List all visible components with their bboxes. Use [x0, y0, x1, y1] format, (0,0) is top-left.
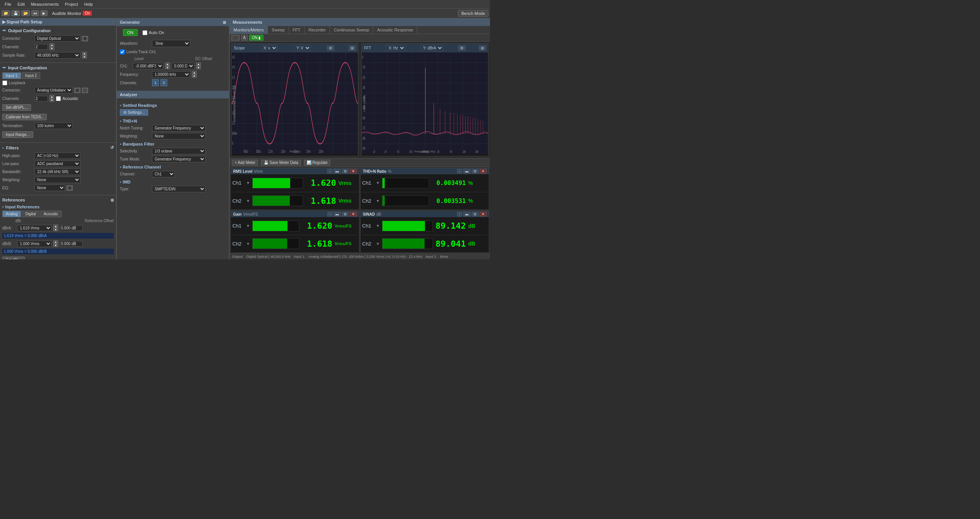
input-connector-gear[interactable]: ⚙	[74, 88, 80, 93]
tab-sweep[interactable]: Sweep	[268, 26, 289, 34]
menu-file[interactable]: File	[2, 1, 15, 7]
imd-type-select[interactable]: SMPTE/DIN	[152, 186, 206, 192]
toolbar-btn-3[interactable]: 📂	[21, 10, 30, 16]
notch-tuning-select[interactable]: Generator Frequency	[152, 125, 206, 131]
acoustic-checkbox[interactable]	[56, 96, 61, 101]
menu-help[interactable]: Help	[81, 1, 96, 7]
tab-monitors-meters[interactable]: Monitors/Meters	[230, 26, 268, 34]
ch1-btn[interactable]: 1	[152, 79, 159, 86]
fft-x-select[interactable]: X: Hz	[386, 45, 405, 51]
toolbar-btn-5[interactable]: ▶	[41, 10, 47, 16]
menu-edit[interactable]: Edit	[15, 1, 28, 7]
generator-on-btn[interactable]: ON	[123, 29, 138, 36]
input-connector-select[interactable]: Analog Unbalanced	[34, 87, 73, 93]
rms-dash-btn[interactable]: -	[327, 169, 332, 174]
gain-expand-btn[interactable]: ⊞	[342, 212, 349, 216]
termination-select[interactable]: 100 kohm	[34, 123, 73, 129]
meas-toolbar-btn1[interactable]: ⬛	[231, 35, 240, 41]
meas-toolbar-btn2[interactable]: A	[241, 35, 248, 41]
generator-expand-icon[interactable]: ⊞	[223, 20, 226, 25]
input-channels-input[interactable]	[34, 96, 48, 102]
menu-project[interactable]: Project	[62, 1, 81, 7]
rms-expand-btn[interactable]: ⊞	[342, 169, 349, 174]
selectivity-select[interactable]: 1/3 octave	[152, 148, 206, 154]
ch1-level-select[interactable]: -0.000 dBFS	[133, 63, 163, 69]
channel-select[interactable]: Ch1	[152, 171, 175, 177]
thdn-dash-btn[interactable]: -	[457, 169, 462, 174]
output-channels-input[interactable]	[34, 44, 48, 50]
highpass-select[interactable]: AC (<10 Hz)	[34, 152, 80, 159]
set-dbspl-btn[interactable]: Set dBSPL...	[2, 104, 31, 111]
analyzer-weighting-select[interactable]: None	[152, 133, 206, 139]
eq-select[interactable]: None	[34, 185, 65, 191]
input-range-btn[interactable]: Input Range...	[2, 131, 33, 138]
frequency-select[interactable]: 1.00000 kHz	[152, 71, 190, 78]
input-connector-gear2[interactable]: ⬡	[82, 88, 88, 93]
levels-track-checkbox[interactable]	[120, 49, 125, 54]
gain-ch2-dropdown[interactable]: ▼	[246, 242, 250, 246]
output-samplerate-select[interactable]: 48.0000 kHz	[34, 52, 80, 59]
fft-expand-btn[interactable]: ⊞	[479, 46, 486, 51]
save-meter-data-btn[interactable]: 💾 Save Meter Data	[261, 160, 301, 165]
sinad-dash-btn[interactable]: -	[457, 212, 462, 216]
auto-on-checkbox[interactable]	[142, 30, 147, 35]
tab-input1[interactable]: Input 1	[2, 72, 21, 79]
filters-reset-icon[interactable]: ↺	[110, 145, 114, 150]
ch1-dc-select[interactable]: 0.000 D	[172, 63, 194, 69]
scope-settings-btn[interactable]: ⚙	[327, 46, 334, 51]
lowpass-select[interactable]: ADC passband	[34, 160, 80, 167]
sinad-expand-btn[interactable]: ⊞	[472, 212, 479, 216]
weighting-select[interactable]: None	[34, 177, 80, 183]
loopback-checkbox[interactable]	[2, 80, 7, 85]
sinad-ch1-dropdown[interactable]: ▼	[376, 224, 380, 228]
bandwidth-select[interactable]: 22.4k (48 kHz SR)	[34, 169, 80, 175]
toolbar-btn-2[interactable]: 💾	[11, 10, 20, 16]
sinad-close-btn[interactable]: ✕	[480, 212, 487, 216]
settings-btn[interactable]: ⚙ Settings...	[120, 109, 148, 116]
gain-min-btn[interactable]: ▬	[333, 212, 341, 216]
rms-ch2-dropdown[interactable]: ▼	[246, 199, 250, 203]
dbra-select[interactable]: 1.619 Vrms	[17, 225, 52, 231]
thdn-min-btn[interactable]: ▬	[463, 169, 470, 174]
sinad-ch2-dropdown[interactable]: ▼	[376, 242, 380, 246]
gain-ch1-dropdown[interactable]: ▼	[246, 224, 250, 228]
tab-digital[interactable]: Digital	[22, 211, 39, 217]
tab-acoustic[interactable]: Acoustic	[40, 211, 62, 217]
scope-x-select[interactable]: X: s	[261, 45, 278, 51]
tab-recorder[interactable]: Recorder	[305, 26, 330, 34]
dbra-offset-input[interactable]	[60, 225, 83, 231]
add-meter-btn[interactable]: + Add Meter	[232, 160, 258, 165]
output-connector-select[interactable]: Digital Optical	[34, 35, 80, 42]
tune-mode-select[interactable]: Generator Frequency	[152, 156, 206, 162]
thdn-ch2-dropdown[interactable]: ▼	[376, 199, 380, 203]
thdn-ch1-dropdown[interactable]: ▼	[376, 181, 380, 185]
toolbar-btn-4[interactable]: ⏮	[31, 10, 39, 16]
tab-input2[interactable]: Input 2	[22, 72, 41, 79]
fft-settings-btn[interactable]: ⚙	[458, 46, 466, 51]
sinad-min-btn[interactable]: ▬	[463, 212, 470, 216]
set-dbr-btn[interactable]: Set dBr...	[2, 257, 25, 259]
dbrb-select[interactable]: 1.000 Vrms	[17, 241, 52, 247]
regulate-btn[interactable]: 📊 Regulate	[304, 160, 330, 165]
meas-on-indicator[interactable]: ON ▮	[249, 35, 264, 41]
references-expand-btn[interactable]: ⊞	[111, 198, 114, 202]
calibrate-teds-btn[interactable]: Calibrate from TEDS..	[2, 114, 47, 120]
rms-min-btn[interactable]: ▬	[333, 169, 341, 174]
rms-ch1-dropdown[interactable]: ▼	[246, 181, 250, 185]
gain-close-btn[interactable]: ✕	[350, 212, 357, 216]
dbrb-offset-input[interactable]	[60, 241, 83, 247]
toolbar-btn-1[interactable]: 📁	[2, 10, 10, 16]
output-connector-gear[interactable]: ⚙	[82, 36, 88, 41]
bench-mode-btn[interactable]: Bench Mode	[458, 10, 488, 17]
scope-expand-btn[interactable]: ⊞	[349, 46, 356, 51]
tab-acoustic-response[interactable]: Acoustic Response	[373, 26, 417, 34]
gain-dash-btn[interactable]: -	[327, 212, 332, 216]
rms-close-btn[interactable]: ✕	[350, 169, 357, 174]
fft-y-select[interactable]: Y: dBrA	[420, 45, 443, 51]
thdn-close-btn[interactable]: ✕	[480, 169, 487, 174]
audible-monitor-on-badge[interactable]: On	[83, 11, 91, 16]
tab-analog[interactable]: Analog	[2, 211, 21, 217]
tab-continuous-sweep[interactable]: Continuous Sweep	[330, 26, 373, 34]
waveform-select[interactable]: Sine	[152, 40, 190, 47]
thdn-expand-btn[interactable]: ⊞	[472, 169, 479, 174]
